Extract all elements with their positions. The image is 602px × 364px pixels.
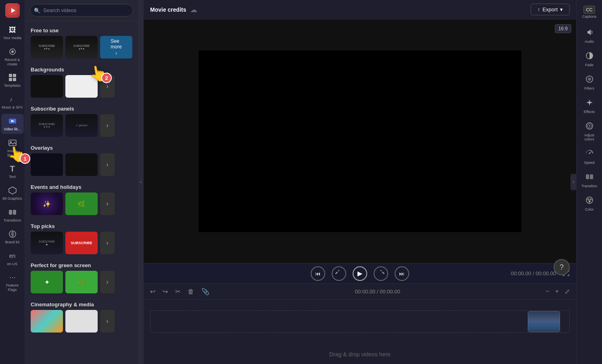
svg-point-21 (588, 77, 591, 81)
play-icon: ▶ (357, 270, 362, 277)
svg-rect-5 (13, 74, 16, 77)
section-green-screen-title: Perfect for green screen (25, 259, 138, 271)
svg-point-30 (589, 199, 592, 201)
svg-rect-6 (9, 78, 12, 81)
panel-collapse-btn[interactable]: ‹ (138, 0, 144, 364)
speed-panel-button[interactable]: Speed (578, 146, 601, 168)
bg-thumb-black[interactable] (31, 75, 63, 98)
play-button[interactable]: ▶ (353, 266, 367, 281)
section-events-grid: ✨ 🌿 › (25, 192, 138, 220)
subscribe-panels-nav-btn[interactable]: › (100, 114, 115, 137)
search-icon: 🔍 (34, 7, 40, 13)
cinematography-thumb-1[interactable] (31, 310, 63, 333)
overlay-thumb-2[interactable] (65, 153, 98, 176)
skip-back-button[interactable]: ⏮ (311, 266, 325, 281)
text-icon: T (8, 164, 17, 174)
preview-area: 16:9 (144, 19, 576, 263)
sidebar-item-music-sfx[interactable]: ♪ Music & SFX (1, 92, 24, 112)
green-screen-nav-btn[interactable]: › (100, 271, 115, 293)
right-sidebar-collapse-btn[interactable]: › (571, 174, 576, 190)
sidebar-item-transitions[interactable]: Transitions (1, 205, 24, 225)
help-button[interactable]: ? (554, 259, 570, 275)
section-cinematography-grid: › (25, 310, 138, 337)
export-upload-icon: ↑ (537, 6, 540, 13)
zoom-in-button[interactable]: + (554, 286, 560, 297)
section-subscribe-panels-grid: SUBSCRIBE✦✦✦ ↗ person › (25, 114, 138, 142)
overlays-nav-btn[interactable]: › (100, 153, 115, 176)
events-thumb-2[interactable]: 🌿 (65, 192, 98, 215)
bg-thumb-white[interactable] (65, 75, 98, 98)
aspect-ratio-badge[interactable]: 16:9 (555, 24, 571, 33)
color-panel-button[interactable]: Color (578, 193, 601, 215)
events-nav-btn[interactable]: › (100, 192, 115, 215)
subscribe-thumb-1[interactable]: SUBSCRIBE✦✦✦ (31, 114, 63, 137)
zoom-out-button[interactable]: − (544, 286, 551, 297)
drag-drop-hint: Drag & drop videos here (329, 351, 391, 358)
export-button[interactable]: ↑ Export ▾ (531, 4, 570, 15)
forward-button[interactable] (374, 266, 388, 281)
main-area: Movie credits ☁ ↑ Export ▾ 16:9 ⏮ ▶ (144, 0, 576, 364)
app-logo[interactable] (5, 3, 20, 18)
timeline-timecode: 00:00.00 / 00:00.00 (215, 289, 540, 295)
redo-button[interactable]: ↪ (161, 286, 169, 297)
project-title: Movie credits (150, 6, 186, 13)
effects-panel-button[interactable]: Effects (578, 95, 601, 117)
delete-button[interactable]: 🗑 (186, 287, 196, 297)
cut-button[interactable]: ✂ (173, 286, 182, 297)
sidebar-item-video-library[interactable]: Video lib... (1, 114, 24, 134)
timeline-clip[interactable] (528, 311, 560, 332)
sidebar-item-image-library[interactable]: Imagelibrary (1, 136, 24, 160)
transition-panel-button[interactable]: Transition (578, 169, 601, 191)
section-overlays-title: Overlays (25, 142, 138, 153)
undo-button[interactable]: ↩ (148, 286, 157, 297)
fade-panel-button[interactable]: Fade (578, 48, 601, 70)
rewind-icon (335, 270, 343, 277)
captions-icon: CC (583, 6, 596, 14)
sidebar-item-record-create[interactable]: Record &create (1, 44, 24, 69)
captions-button[interactable]: CC Captions (582, 3, 597, 21)
timecode-separator: / (377, 289, 380, 295)
section-subscribe-panels-title: Subscribe panels (25, 103, 138, 114)
en-us-icon: en (8, 251, 17, 261)
section-backgrounds-grid: › (25, 75, 138, 103)
rewind-button[interactable] (332, 266, 346, 281)
sidebar-item-your-media[interactable]: 🖼 Your media (1, 23, 24, 43)
free-thumb-1[interactable]: SUBSCRIBE●✦● (31, 36, 63, 59)
top-picks-thumb-1[interactable]: SUBSCRIBE▶ (31, 232, 63, 254)
fade-icon (585, 52, 594, 62)
track-dashed-area (150, 310, 570, 333)
transition-label: Transition (581, 184, 597, 188)
overlay-thumb-1[interactable] (31, 153, 63, 176)
sidebar-item-templates[interactable]: Templates (1, 70, 24, 90)
green-screen-thumb-1[interactable]: ✦ (31, 271, 63, 293)
brand-kit-icon (8, 229, 17, 239)
skip-forward-button[interactable]: ⏭ (395, 266, 409, 281)
subscribe-thumb-2[interactable]: ↗ person (65, 114, 98, 137)
section-top-picks-title: Top picks (25, 220, 138, 232)
forward-icon (377, 270, 385, 277)
expand-timeline-button[interactable]: ⤢ (563, 286, 571, 297)
search-input[interactable] (30, 4, 133, 17)
green-screen-thumb-2[interactable]: 🌿 (65, 271, 98, 293)
cinematography-thumb-2[interactable] (65, 310, 98, 333)
audio-panel-button[interactable]: Audio (578, 25, 601, 47)
sidebar-item-graphics[interactable]: 88 Graphics (1, 183, 24, 203)
section-cinematography-title: Cinematography & media (25, 298, 138, 310)
filters-panel-button[interactable]: Filters (578, 72, 601, 94)
color-label: Color (585, 207, 594, 211)
sidebar-item-brand-kit[interactable]: Brand kit (1, 227, 24, 247)
clip-button[interactable]: 📎 (200, 286, 211, 297)
top-picks-thumb-2[interactable]: SUBSCRIBE (65, 232, 98, 254)
sidebar-item-text[interactable]: T Text (1, 161, 24, 182)
adjust-colors-panel-button[interactable]: Adjustcolors (578, 119, 601, 144)
adjust-colors-icon (585, 122, 594, 132)
top-picks-nav-btn[interactable]: › (100, 232, 115, 254)
backgrounds-nav-btn[interactable]: › (100, 75, 115, 98)
sidebar-item-feature-flags[interactable]: ⋯ FeatureFlags (1, 270, 24, 295)
cinematography-nav-btn[interactable]: › (100, 310, 115, 333)
sidebar-item-en-us[interactable]: en en-US (1, 249, 24, 269)
events-thumb-1[interactable]: ✨ (31, 192, 63, 215)
free-to-use-see-more[interactable]: Seemore › (100, 36, 132, 59)
free-thumb-2[interactable]: SUBSCRIBE●✦● (65, 36, 98, 59)
timeline-content: Drag & drop videos here (144, 300, 576, 364)
